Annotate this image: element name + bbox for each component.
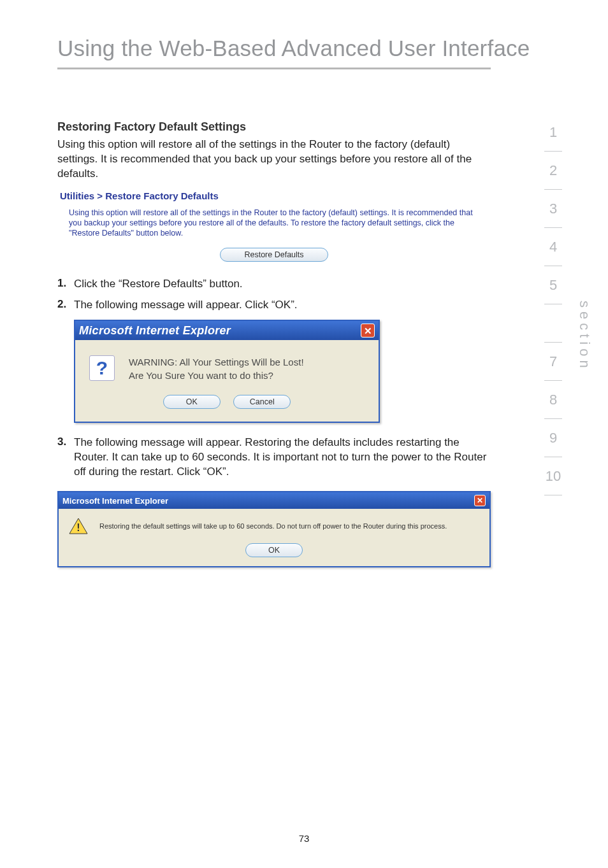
section-nav-item-1[interactable]: 1 [538,113,568,152]
step-number: 1. [57,277,74,292]
info-dialog: Microsoft Internet Explorer ✕ ! Restorin… [57,491,491,567]
title-rule [57,68,491,69]
confirm-dialog: Microsoft Internet Explorer ✕ ? WARNING:… [74,320,380,423]
restore-defaults-button[interactable]: Restore Defaults [220,248,328,262]
close-button[interactable]: ✕ [474,495,486,506]
section-nav-item-8[interactable]: 8 [538,381,568,419]
section-nav: 1 2 3 4 5 6 7 8 9 10 [538,113,568,495]
dialog-message: WARNING: All Your Settings Will be Lost!… [129,355,304,382]
step-text: The following message will appear. Resto… [74,436,491,480]
svg-text:!: ! [76,522,80,533]
section-nav-item-10[interactable]: 10 [538,457,568,495]
section-nav-item-3[interactable]: 3 [538,190,568,228]
step-text: Click the “Restore Defaults” button. [74,277,243,292]
section-nav-item-6[interactable]: 6 [538,304,568,343]
dialog-title: Microsoft Internet Explorer [79,324,231,338]
section-nav-item-7[interactable]: 7 [538,343,568,381]
dialog-titlebar: Microsoft Internet Explorer ✕ [59,492,489,509]
close-icon: ✕ [477,497,483,504]
ok-button[interactable]: OK [163,395,221,409]
section-label: section [576,301,593,372]
section-nav-item-9[interactable]: 9 [538,419,568,457]
section-nav-item-2[interactable]: 2 [538,152,568,190]
section-nav-item-5[interactable]: 5 [538,266,568,304]
step-text: The following message will appear. Click… [74,298,298,313]
page-number: 73 [0,833,608,844]
close-icon: ✕ [364,326,372,336]
page-title: Using the Web-Based Advanced User Interf… [57,36,551,61]
utilities-breadcrumb: Utilities > Restore Factory Defaults [57,190,491,201]
intro-text: Using this option will restore all of th… [57,138,491,181]
dialog-message: Restoring the default settings will take… [99,522,447,530]
section-heading: Restoring Factory Default Settings [57,120,491,134]
cancel-button[interactable]: Cancel [233,395,291,409]
question-glyph: ? [96,357,108,379]
section-nav-item-4[interactable]: 4 [538,228,568,266]
dialog-titlebar: Microsoft Internet Explorer ✕ [75,321,379,340]
dialog-line1: WARNING: All Your Settings Will be Lost! [129,355,304,369]
warning-icon: ! [69,518,88,534]
question-icon: ? [89,355,115,381]
close-button[interactable]: ✕ [361,324,375,338]
utilities-description: Using this option will restore all of th… [57,208,491,239]
dialog-line2: Are You Sure You want to do this? [129,369,304,382]
dialog-title: Microsoft Internet Explorer [62,496,168,506]
step-number: 3. [57,436,74,480]
step-number: 2. [57,298,74,313]
ok-button[interactable]: OK [245,543,303,557]
